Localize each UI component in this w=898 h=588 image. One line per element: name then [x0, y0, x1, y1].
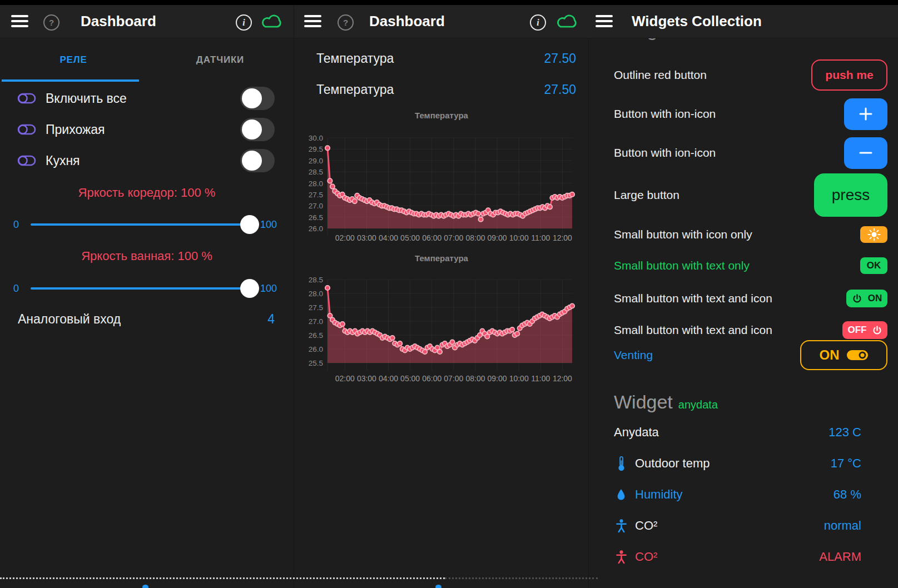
- middle-header: ? Dashboard i: [294, 5, 589, 38]
- slider-max-label: 100: [260, 283, 277, 295]
- panel-dashboard-sensors: ? Dashboard i Температура 27.50 Температ…: [294, 0, 589, 588]
- sun-button[interactable]: [860, 226, 887, 243]
- svg-text:29.5: 29.5: [309, 145, 323, 153]
- widget-row-icon-only: Small button with icon only: [589, 219, 898, 250]
- on-button[interactable]: ON: [846, 290, 887, 307]
- widget-row-large-button: Large button press: [589, 173, 898, 217]
- data-row-humidity: Humidity 68 %: [589, 479, 898, 510]
- data-row-anydata: Anydata 123 C: [589, 417, 898, 448]
- svg-text:07:00: 07:00: [444, 233, 463, 242]
- svg-text:11:00: 11:00: [531, 233, 550, 242]
- svg-text:07:00: 07:00: [444, 374, 463, 383]
- widget-anydata-heading: Widget anydata: [589, 386, 898, 417]
- svg-text:04:00: 04:00: [379, 233, 398, 242]
- slider-min-label: 0: [13, 283, 19, 295]
- svg-text:09:00: 09:00: [488, 233, 507, 242]
- widget-row-on: Small button with text and icon ON: [589, 283, 898, 314]
- switch-all-toggle[interactable]: [240, 87, 275, 110]
- ok-button[interactable]: OK: [860, 257, 887, 274]
- widget-row-minus: Button with ion-icon: [589, 136, 898, 170]
- svg-text:10:00: 10:00: [509, 374, 529, 383]
- switch-row-all: Включить все: [0, 83, 294, 114]
- minus-button[interactable]: [844, 137, 887, 169]
- svg-text:28.0: 28.0: [309, 290, 323, 298]
- menu-icon[interactable]: [596, 15, 613, 27]
- row-label: Small button with text and icon: [614, 323, 772, 337]
- page-title: Dashboard: [81, 13, 156, 30]
- row-label: Button with ion-icon: [614, 146, 716, 160]
- widget-row-outline-red: Outline red button push me: [589, 58, 898, 92]
- temperature-label: Температура: [316, 82, 394, 97]
- switch-row-kitchen: Кухня: [0, 145, 294, 176]
- row-label: Small button with icon only: [614, 228, 752, 241]
- switch-label: Кухня: [46, 153, 80, 168]
- svg-text:11:00: 11:00: [531, 374, 550, 383]
- svg-text:28.5: 28.5: [309, 276, 323, 284]
- scroll-divider-dots-dim: [445, 577, 598, 579]
- svg-text:09:00: 09:00: [488, 374, 507, 383]
- left-header: ? Dashboard i: [0, 5, 294, 38]
- right-header: Widgets Collection: [589, 5, 898, 38]
- info-icon[interactable]: i: [236, 14, 252, 31]
- help-icon[interactable]: ?: [43, 14, 59, 31]
- data-row-outdoor-temp: Outdoor temp 17 °C: [589, 448, 898, 479]
- off-button[interactable]: OFF: [842, 321, 887, 339]
- switch-kitchen-toggle[interactable]: [240, 149, 275, 172]
- cloud-connected-icon[interactable]: [554, 12, 580, 30]
- scroll-hint-dot: [435, 585, 441, 588]
- analog-value: 4: [267, 312, 275, 327]
- toggle-icon: [17, 155, 36, 167]
- widget-row-venting: Venting ON: [589, 340, 898, 371]
- toggle-icon: [17, 92, 36, 104]
- slider-knob[interactable]: [240, 215, 259, 234]
- app-root: ? Dashboard i РЕЛЕ ДАТЧИКИ Включить все: [0, 0, 898, 588]
- slider-min-label: 0: [13, 219, 19, 231]
- page-title: Dashboard: [369, 13, 445, 30]
- widget-row-plus: Button with ion-icon: [589, 97, 898, 131]
- switch-label: Прихожая: [46, 122, 105, 137]
- row-label: Outline red button: [614, 68, 707, 82]
- row-value: 123 C: [828, 425, 861, 440]
- svg-text:06:00: 06:00: [422, 374, 441, 383]
- svg-text:03:00: 03:00: [357, 233, 376, 242]
- push-me-button[interactable]: push me: [811, 59, 887, 91]
- svg-text:26.5: 26.5: [309, 331, 323, 340]
- slider-knob[interactable]: [240, 279, 259, 298]
- venting-button[interactable]: ON: [800, 340, 887, 370]
- slider-track[interactable]: [31, 223, 259, 226]
- row-label: Large button: [614, 188, 679, 202]
- temperature-row-1: Температура 27.50: [294, 43, 589, 74]
- svg-text:25.5: 25.5: [309, 359, 323, 367]
- help-icon[interactable]: ?: [338, 14, 354, 31]
- svg-text:04:00: 04:00: [379, 374, 398, 383]
- person-icon: [614, 550, 628, 564]
- row-label: Venting: [614, 348, 653, 362]
- row-label: Anydata: [614, 425, 659, 440]
- cloud-connected-icon[interactable]: [259, 12, 285, 30]
- analog-input-row: Аналоговый вход 4: [0, 303, 294, 335]
- info-icon[interactable]: i: [530, 14, 546, 31]
- toggle-icon: [17, 123, 36, 136]
- plus-button[interactable]: [844, 98, 887, 130]
- row-label: CO²: [635, 519, 657, 533]
- button-label: OFF: [848, 325, 867, 336]
- scroll-divider-dots: [0, 577, 445, 579]
- svg-text:Температура: Температура: [415, 111, 469, 120]
- press-button[interactable]: press: [814, 173, 887, 217]
- svg-text:Температура: Температура: [415, 253, 469, 263]
- slider-track[interactable]: [31, 287, 259, 290]
- tab-sensors[interactable]: ДАТЧИКИ: [147, 38, 294, 82]
- panel-dashboard-relays: ? Dashboard i РЕЛЕ ДАТЧИКИ Включить все: [0, 0, 294, 588]
- slider-corridor: 0 100: [0, 215, 294, 235]
- svg-text:03:00: 03:00: [357, 374, 376, 383]
- menu-icon[interactable]: [11, 15, 28, 27]
- svg-text:28.0: 28.0: [309, 180, 323, 188]
- switch-hallway-toggle[interactable]: [240, 118, 275, 141]
- svg-text:29.0: 29.0: [309, 157, 323, 165]
- slider-max-label: 100: [260, 219, 277, 231]
- temperature-chart-1: Температура26.026.527.027.528.028.529.02…: [294, 108, 589, 247]
- row-value: 68 %: [833, 487, 861, 502]
- menu-icon[interactable]: [304, 15, 321, 27]
- svg-text:27.0: 27.0: [309, 202, 323, 210]
- tab-relays[interactable]: РЕЛЕ: [0, 38, 147, 82]
